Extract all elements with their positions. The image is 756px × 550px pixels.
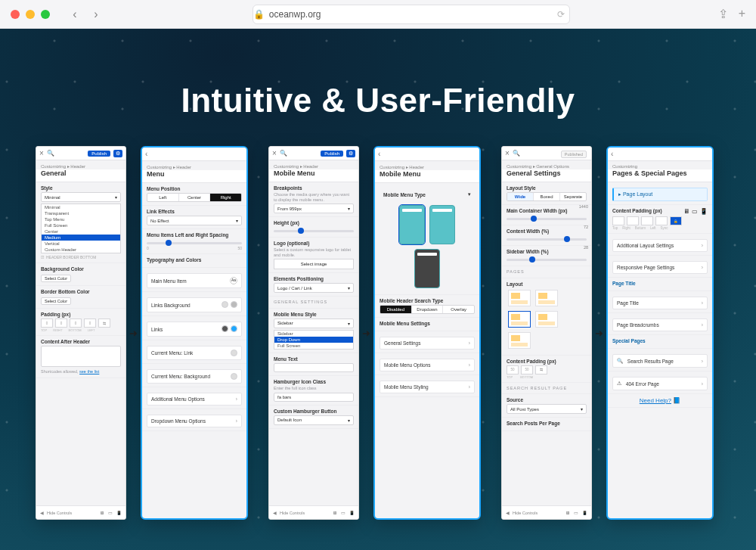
address-bar[interactable]: 🔒 oceanwp.org ⟳: [253, 5, 570, 24]
layout-style-toggle[interactable]: Wide Boxed Separate: [507, 192, 587, 201]
hide-controls-label[interactable]: Hide Controls: [280, 511, 305, 515]
breadcrumbs-row[interactable]: Page Breadcrumbs›: [612, 319, 708, 331]
pill-disabled[interactable]: Disabled: [380, 306, 412, 313]
cp-bottom-input[interactable]: [641, 216, 653, 225]
additional-menu-options-row[interactable]: Additional Menu Options›: [147, 393, 242, 406]
mobile-preview-icon[interactable]: 📱: [582, 511, 587, 515]
mm-option[interactable]: Sidebar: [274, 331, 353, 337]
select-color-button[interactable]: Select Color: [41, 297, 71, 305]
padding-left-input[interactable]: 0: [84, 319, 96, 328]
content-after-header-textarea[interactable]: [41, 346, 121, 367]
mm-option[interactable]: Full Screen: [274, 343, 353, 349]
hamburger-input[interactable]: fa bars: [274, 393, 354, 402]
current-bg-row[interactable]: Current Menu: Background: [147, 369, 242, 384]
pill-left[interactable]: Left: [147, 194, 179, 201]
cp-bottom-input[interactable]: 50: [521, 365, 533, 374]
height-slider[interactable]: [274, 230, 354, 232]
pill-separate[interactable]: Separate: [560, 193, 586, 200]
back-icon[interactable]: ‹: [145, 150, 147, 158]
search-type-toggle[interactable]: Disabled Dropdown Overlay: [380, 305, 475, 314]
reload-icon[interactable]: ⟳: [557, 9, 565, 20]
content-width-slider[interactable]: [507, 238, 587, 241]
collapse-icon[interactable]: ◀: [506, 511, 510, 515]
tablet-device-icon[interactable]: ▭: [692, 208, 698, 215]
style-select[interactable]: Minimal▾: [41, 192, 121, 202]
spacing-slider[interactable]: [147, 242, 242, 244]
mobile-menu-style-select[interactable]: Sidebar▾: [274, 319, 354, 328]
page-layout-row[interactable]: ▸ Page Layout: [612, 188, 708, 201]
main-width-slider[interactable]: [507, 218, 587, 220]
breakpoints-select[interactable]: From 959px▾: [274, 204, 354, 213]
mm-styling-row[interactable]: Mobile Menu Styling›: [380, 381, 475, 393]
layout-thumb[interactable]: [535, 290, 558, 306]
collapse-icon[interactable]: ◀: [273, 511, 277, 515]
back-button[interactable]: ‹: [67, 6, 83, 23]
pill-overlay[interactable]: Overlay: [443, 306, 474, 313]
style-option[interactable]: Center: [42, 228, 120, 235]
publish-button[interactable]: Publish: [321, 151, 343, 157]
links-row[interactable]: Links: [147, 322, 242, 337]
select-image-button[interactable]: Select image: [274, 259, 354, 269]
menu-position-toggle[interactable]: Left Center Right: [147, 193, 242, 202]
mm-type-thumb[interactable]: [429, 205, 455, 244]
new-tab-icon[interactable]: +: [739, 7, 745, 21]
padding-right-input[interactable]: 0: [55, 319, 67, 328]
cp-sync-icon[interactable]: ⇆: [535, 365, 547, 374]
hide-controls-label[interactable]: Hide Controls: [513, 511, 538, 515]
publish-button[interactable]: Publish: [88, 151, 110, 157]
tablet-preview-icon[interactable]: ▭: [341, 511, 345, 515]
close-icon[interactable]: ×: [505, 149, 510, 157]
cp-left-input[interactable]: [655, 216, 668, 225]
link-effects-select[interactable]: No Effect▾: [147, 216, 242, 225]
minimize-window-icon[interactable]: [26, 10, 35, 19]
style-option[interactable]: Minimal: [42, 204, 120, 210]
share-icon[interactable]: ⇪: [718, 7, 728, 21]
pill-wide[interactable]: Wide: [507, 193, 534, 200]
search-icon[interactable]: 🔍: [280, 150, 287, 157]
pill-center[interactable]: Center: [179, 194, 211, 201]
style-option[interactable]: Full Screen: [42, 222, 120, 228]
layout-thumb[interactable]: [508, 290, 531, 306]
layout-thumb[interactable]: [508, 332, 531, 349]
padding-sync-icon[interactable]: ⇆: [98, 319, 110, 328]
see-list-link[interactable]: see the list: [79, 369, 99, 374]
source-select[interactable]: All Post Types▾: [507, 404, 587, 414]
style-option[interactable]: Top Menu: [42, 216, 120, 222]
style-option[interactable]: Vertical: [42, 241, 120, 247]
pill-right[interactable]: Right: [210, 194, 241, 201]
elements-pos-select[interactable]: Logo / Cart / Link▾: [274, 283, 354, 293]
style-option[interactable]: Transparent: [42, 210, 120, 216]
padding-top-input[interactable]: 0: [41, 319, 53, 328]
cp-top-input[interactable]: [612, 216, 624, 225]
sidebar-width-slider[interactable]: [507, 259, 587, 261]
search-results-row[interactable]: 🔍 Search Results Page›: [612, 354, 708, 368]
custom-hamburger-select[interactable]: Default Icon▾: [274, 415, 354, 425]
need-help-link[interactable]: Need Help?: [640, 397, 671, 404]
tablet-preview-icon[interactable]: ▭: [108, 511, 113, 515]
forward-button[interactable]: ›: [88, 6, 104, 23]
close-icon[interactable]: ×: [272, 149, 277, 157]
main-menu-item-row[interactable]: Main Menu ItemAa: [147, 273, 242, 288]
desktop-preview-icon[interactable]: 🖥: [333, 511, 337, 515]
desktop-preview-icon[interactable]: 🖥: [100, 511, 104, 515]
hide-controls-label[interactable]: Hide Controls: [47, 511, 72, 515]
padding-bottom-input[interactable]: 0: [70, 319, 82, 328]
back-icon[interactable]: ‹: [378, 150, 380, 158]
zoom-window-icon[interactable]: [41, 10, 50, 19]
layout-thumb[interactable]: [535, 311, 558, 328]
select-color-button[interactable]: Select Color: [41, 275, 71, 282]
menu-text-input[interactable]: [274, 363, 354, 372]
close-icon[interactable]: ×: [39, 149, 44, 157]
mobile-preview-icon[interactable]: 📱: [349, 511, 355, 515]
mm-option-selected[interactable]: Drop Down: [274, 337, 353, 343]
404-error-row[interactable]: ⚠ 404 Error Page›: [612, 377, 708, 390]
responsive-page-row[interactable]: Responsive Page Settings›: [612, 261, 708, 274]
cp-top-input[interactable]: 50: [507, 365, 519, 374]
search-icon[interactable]: 🔍: [513, 150, 520, 157]
cp-right-input[interactable]: [627, 216, 639, 225]
desktop-device-icon[interactable]: 🖥: [683, 208, 689, 215]
header-border-bottom-toggle[interactable]: ☑HEADER BORDER BOTTOM: [41, 255, 121, 259]
mobile-menu-type-toggle[interactable]: Mobile Menu Type▾: [380, 188, 475, 200]
tablet-preview-icon[interactable]: ▭: [574, 511, 578, 515]
layout-thumb-selected[interactable]: [508, 311, 531, 328]
